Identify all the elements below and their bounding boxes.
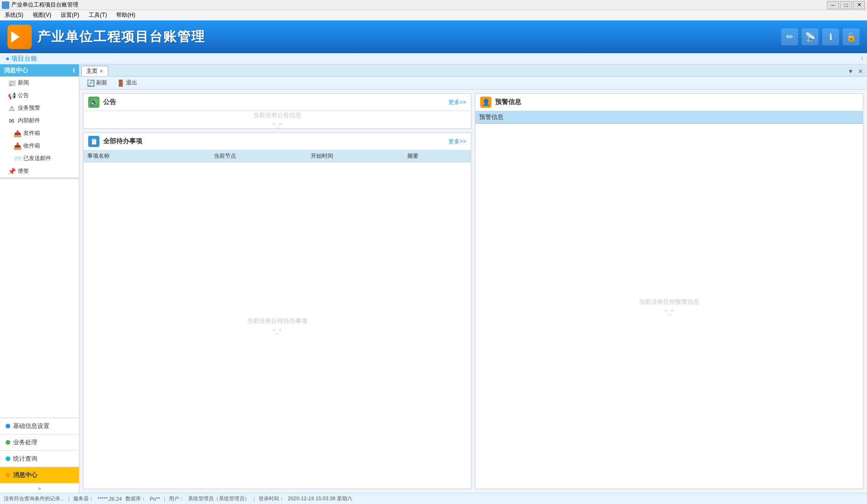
status-db-value: Po** — [150, 496, 160, 502]
app-small-icon — [2, 1, 9, 9]
tab-home[interactable]: 主页 ✕ — [81, 66, 108, 76]
sidebar-item-announcement-label: 公告 — [18, 91, 29, 99]
todo-col-time: 开始时间 — [311, 152, 400, 160]
sidebar-item-sent-label: 已发送邮件 — [23, 154, 51, 162]
sidebar-title: 消息中心 — [4, 66, 28, 75]
todo-panel-header: 📋 全部待办事项 更多>> — [84, 133, 471, 150]
outbox-icon: 📤 — [13, 130, 21, 137]
menu-system[interactable]: 系统(S) — [2, 10, 26, 20]
tab-home-label: 主页 — [86, 67, 98, 75]
exit-icon: 🚪 — [117, 79, 125, 87]
refresh-icon: 🔄 — [87, 79, 95, 87]
sent-icon: 📨 — [13, 155, 21, 162]
dashboard: 🔊 公告 更多>> 当前没有公告信息 ^_^ 👤 预警信息 预警信息 — [79, 90, 867, 493]
tab-dropdown-button[interactable]: ▼ — [846, 68, 855, 75]
todo-panel-body: 当前没有任何待办事项 ^_^ — [84, 162, 471, 489]
menu-help[interactable]: 帮助(H) — [113, 10, 138, 20]
status-bar: 没有符合查询条件的记录... | 服务器： *****.26.24 数据库： P… — [0, 493, 867, 504]
tab-close-icon[interactable]: ✕ — [99, 69, 103, 74]
title-bar-controls: ─ □ ✕ — [827, 1, 865, 9]
sidebar-collapse-icon[interactable]: 《 — [859, 56, 863, 62]
refresh-button[interactable]: 🔄 刷新 — [83, 77, 111, 88]
sidebar-item-internal-mail[interactable]: ✉ 内部邮件 — [0, 114, 79, 127]
announcement-panel-icon: 🔊 — [88, 97, 99, 108]
status-user-value: 系统管理员（系统管理员） — [188, 495, 250, 502]
close-button[interactable]: ✕ — [853, 1, 865, 9]
tab-close-all-button[interactable]: ✕ — [857, 68, 864, 75]
tab-actions: ▼ ✕ — [846, 67, 865, 76]
nav-message-label: 消息中心 — [13, 471, 37, 479]
announcement-panel-header: 🔊 公告 更多>> — [84, 94, 471, 111]
announcement-more-button[interactable]: 更多>> — [448, 98, 466, 106]
sidebar-item-outbox-label: 发件箱 — [23, 129, 40, 137]
warning-empty-text: 当前没有任何预警信息 — [639, 298, 699, 306]
sidebar-item-news-label: 新闻 — [18, 79, 29, 87]
announcement-panel: 🔊 公告 更多>> 当前没有公告信息 ^_^ — [83, 93, 471, 129]
status-db-label: 数据库： — [126, 495, 146, 502]
exit-button[interactable]: 🚪 退出 — [113, 77, 141, 88]
sidebar-expand-button[interactable]: » — [0, 483, 79, 493]
warning-panel-body: 当前没有任何预警信息 ^_^ — [475, 124, 863, 489]
sidebar-item-outbox[interactable]: 📤 发件箱 — [0, 127, 79, 140]
nav-statistics-dot — [6, 456, 10, 461]
tab-bar: 主页 ✕ ▼ ✕ — [79, 64, 867, 77]
note-icon: 📌 — [7, 168, 16, 175]
announcement-panel-body: 当前没有公告信息 ^_^ — [84, 111, 471, 128]
nav-business[interactable]: 业务处理 — [0, 434, 79, 451]
content-area: 主页 ✕ ▼ ✕ 🔄 刷新 🚪 退出 🔊 — [79, 64, 867, 493]
announcement-empty-text: 当前没有公告信息 — [253, 111, 301, 119]
status-sep2: | — [164, 496, 165, 502]
title-bar: 产业单位工程项目台账管理 ─ □ ✕ — [0, 0, 867, 10]
warning-panel-icon: 👤 — [480, 97, 491, 108]
todo-col-name: 事项名称 — [87, 152, 206, 160]
refresh-label: 刷新 — [96, 79, 107, 87]
sidebar-item-note-label: 便签 — [18, 167, 29, 175]
minimize-button[interactable]: ─ — [827, 1, 839, 9]
project-ledger-link[interactable]: ● 项目台账 — [4, 54, 39, 64]
nav-basic-info-label: 基础信息设置 — [13, 422, 49, 430]
nav-basic-info[interactable]: 基础信息设置 — [0, 418, 79, 434]
menu-settings[interactable]: 设置(P) — [58, 10, 82, 20]
inbox-icon: 📥 — [13, 142, 21, 150]
nav-basic-info-dot — [6, 424, 10, 428]
todo-table-header: 事项名称 当前节点 开始时间 频要 — [84, 150, 471, 162]
info-icon-btn[interactable]: ℹ — [822, 28, 839, 45]
status-login-value: 2020-12-19 15:03:38 星期六 — [288, 495, 352, 502]
nav-message-dot — [6, 473, 10, 477]
nav-message-center[interactable]: 消息中心 — [0, 467, 79, 483]
maximize-button[interactable]: □ — [840, 1, 852, 9]
todo-panel-icon: 📋 — [88, 136, 99, 147]
lock-icon-btn[interactable]: 🔓 — [843, 28, 860, 45]
sidebar: 消息中心 《 📰 新闻 📢 公告 ⚠ 业务预警 ✉ 内部邮件 📤 发件箱 📥 收… — [0, 64, 79, 493]
todo-empty-symbol: ^_^ — [273, 327, 281, 334]
nav-business-dot — [6, 440, 10, 445]
menu-tools[interactable]: 工具(T) — [86, 10, 110, 20]
header-icons: ✏ 📡 ℹ 🔓 — [781, 28, 860, 45]
todo-col-freq: 频要 — [407, 152, 467, 160]
app-header: 产业单位工程项目台账管理 ✏ 📡 ℹ 🔓 — [0, 21, 867, 53]
app-logo — [7, 25, 32, 49]
sidebar-item-warning[interactable]: ⚠ 业务预警 — [0, 102, 79, 114]
sidebar-collapse-button[interactable]: 《 — [70, 67, 75, 74]
status-server-label: 服务器： — [73, 495, 94, 502]
todo-more-button[interactable]: 更多>> — [448, 138, 466, 146]
sidebar-item-mail-label: 内部邮件 — [18, 117, 40, 125]
warning-panel-header: 👤 预警信息 — [475, 94, 863, 111]
warning-empty-symbol: ^_^ — [664, 308, 673, 315]
rss-icon-btn[interactable]: 📡 — [802, 28, 818, 45]
warning-icon: ⚠ — [7, 105, 16, 112]
sidebar-item-note[interactable]: 📌 便签 — [0, 165, 79, 177]
status-left-text: 没有符合查询条件的记录... — [4, 495, 64, 502]
status-server-value: *****.26.24 — [98, 496, 122, 502]
sidebar-item-inbox[interactable]: 📥 收件箱 — [0, 140, 79, 152]
content-toolbar: 🔄 刷新 🚪 退出 — [79, 77, 867, 90]
edit-icon-btn[interactable]: ✏ — [781, 28, 798, 45]
sidebar-item-news[interactable]: 📰 新闻 — [0, 77, 79, 89]
menu-view[interactable]: 视图(V) — [30, 10, 54, 20]
status-sep3: | — [253, 496, 255, 502]
sidebar-bottom-nav: 基础信息设置 业务处理 统计查询 消息中心 » — [0, 418, 79, 493]
main-layout: 消息中心 《 📰 新闻 📢 公告 ⚠ 业务预警 ✉ 内部邮件 📤 发件箱 📥 收… — [0, 64, 867, 493]
nav-statistics[interactable]: 统计查询 — [0, 451, 79, 467]
sidebar-item-sent[interactable]: 📨 已发送邮件 — [0, 152, 79, 165]
sidebar-item-announcement[interactable]: 📢 公告 — [0, 89, 79, 102]
